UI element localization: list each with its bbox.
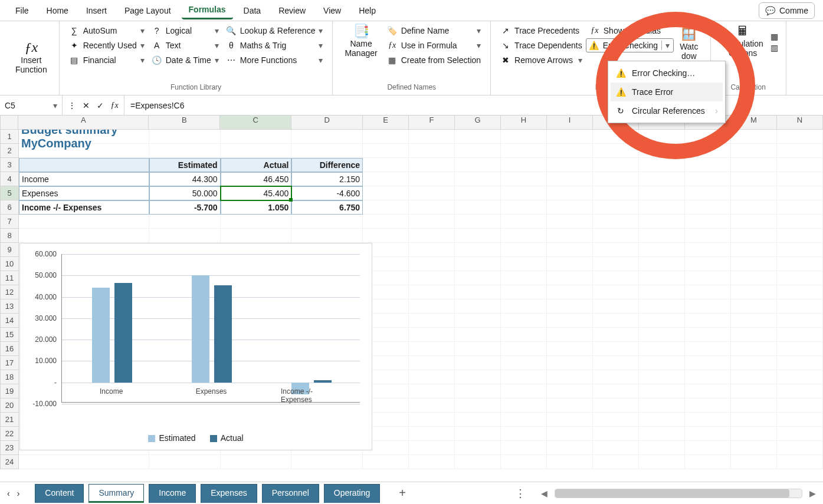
menu-tab-pagelayout[interactable]: Page Layout [117, 2, 178, 19]
cell-F11[interactable] [409, 271, 455, 285]
cell-G17[interactable] [455, 356, 501, 370]
col-header-F[interactable]: F [409, 116, 455, 130]
cell-J7[interactable] [593, 215, 639, 229]
cell-C6[interactable]: 1.050 [221, 200, 292, 215]
cell-E6[interactable] [363, 200, 409, 215]
cell-G18[interactable] [455, 370, 501, 384]
cell-G15[interactable] [455, 328, 501, 342]
fx-icon[interactable]: ƒx [109, 101, 120, 110]
cell-J12[interactable] [593, 285, 639, 299]
cell-N24[interactable] [777, 455, 823, 469]
cell-M15[interactable] [731, 328, 777, 342]
trace-error-item[interactable]: ⚠️Trace Error [611, 83, 723, 101]
cell-N13[interactable] [777, 299, 823, 314]
cell-H15[interactable] [501, 328, 547, 342]
sheet-nav-next[interactable]: › [17, 489, 20, 498]
cell-L3[interactable] [685, 158, 731, 172]
scroll-right-icon[interactable]: ▶ [809, 489, 816, 498]
cell-F4[interactable] [409, 172, 455, 186]
cell-G12[interactable] [455, 285, 501, 299]
cell-L7[interactable] [685, 215, 731, 229]
cell-D7[interactable] [291, 215, 363, 229]
cell-K12[interactable] [639, 285, 685, 299]
cell-J19[interactable] [593, 384, 639, 398]
comments-button[interactable]: 💬 Comme [759, 2, 815, 19]
cell-K18[interactable] [639, 370, 685, 384]
row-header-8[interactable]: 8 [0, 229, 19, 243]
cell-H7[interactable] [501, 215, 547, 229]
menu-tab-data[interactable]: Data [237, 2, 268, 19]
cell-J22[interactable] [593, 427, 639, 441]
name-box[interactable]: C5 ▾ [0, 95, 63, 115]
cancel-icon[interactable]: ✕ [80, 101, 92, 110]
cell-F23[interactable] [409, 441, 455, 455]
cell-H1[interactable] [501, 130, 547, 144]
cell-M12[interactable] [731, 285, 777, 299]
row-header-4[interactable]: 4 [0, 172, 19, 186]
cell-M18[interactable] [731, 370, 777, 384]
trace-dependents-button[interactable]: ↘Trace Dependents [497, 38, 586, 52]
cell-H21[interactable] [501, 413, 547, 427]
cell-N22[interactable] [777, 427, 823, 441]
cell-M4[interactable] [731, 172, 777, 186]
cell-C24[interactable] [221, 455, 292, 469]
row-header-18[interactable]: 18 [0, 370, 19, 384]
cell-J10[interactable] [593, 257, 639, 271]
cell-L10[interactable] [685, 257, 731, 271]
cell-L6[interactable] [685, 200, 731, 215]
cell-M5[interactable] [731, 186, 777, 200]
cell-N6[interactable] [777, 200, 823, 215]
error-checking-item[interactable]: ⚠️Error Checking… [611, 64, 723, 83]
cell-I23[interactable] [547, 441, 593, 455]
cell-D2[interactable] [291, 144, 363, 158]
cell-K13[interactable] [639, 299, 685, 314]
cell-H10[interactable] [501, 257, 547, 271]
cell-L12[interactable] [685, 285, 731, 299]
cell-I19[interactable] [547, 384, 593, 398]
cell-J23[interactable] [593, 441, 639, 455]
cell-H22[interactable] [501, 427, 547, 441]
cell-L2[interactable] [685, 144, 731, 158]
cell-B6[interactable]: -5.700 [149, 200, 221, 215]
cell-I18[interactable] [547, 370, 593, 384]
cell-L23[interactable] [685, 441, 731, 455]
cell-I2[interactable] [547, 144, 593, 158]
cell-A2[interactable] [19, 144, 149, 158]
cell-L13[interactable] [685, 299, 731, 314]
cell-I20[interactable] [547, 398, 593, 413]
cell-G19[interactable] [455, 384, 501, 398]
cell-J13[interactable] [593, 299, 639, 314]
new-sheet-button[interactable]: + [399, 486, 406, 500]
cell-A7[interactable] [19, 215, 149, 229]
sheet-tab-income[interactable]: Income [149, 484, 196, 503]
cell-N11[interactable] [777, 271, 823, 285]
cell-K19[interactable] [639, 384, 685, 398]
cell-F8[interactable] [409, 229, 455, 243]
cell-N1[interactable] [777, 130, 823, 144]
cell-C3[interactable]: Actual [221, 158, 292, 172]
sheet-tab-summary[interactable]: Summary [88, 484, 144, 503]
cell-G22[interactable] [455, 427, 501, 441]
cell-A24[interactable] [19, 455, 149, 469]
cell-M11[interactable] [731, 271, 777, 285]
cell-M23[interactable] [731, 441, 777, 455]
cell-G11[interactable] [455, 271, 501, 285]
menu-tab-home[interactable]: Home [40, 2, 76, 19]
sheet-tab-content[interactable]: Content [35, 484, 84, 503]
cell-I17[interactable] [547, 356, 593, 370]
recently-used-button[interactable]: ✦Recently Used▾ [65, 38, 148, 52]
cell-M21[interactable] [731, 413, 777, 427]
cell-H18[interactable] [501, 370, 547, 384]
cell-I5[interactable] [547, 186, 593, 200]
select-all-corner[interactable] [0, 116, 18, 130]
row-header-6[interactable]: 6 [0, 200, 19, 215]
cell-J2[interactable] [593, 144, 639, 158]
cell-N8[interactable] [777, 229, 823, 243]
cell-J15[interactable] [593, 328, 639, 342]
cell-M3[interactable] [731, 158, 777, 172]
cell-N15[interactable] [777, 328, 823, 342]
cell-N23[interactable] [777, 441, 823, 455]
cell-F9[interactable] [409, 243, 455, 257]
row-header-16[interactable]: 16 [0, 342, 19, 356]
cell-A4[interactable]: Income [19, 172, 149, 186]
